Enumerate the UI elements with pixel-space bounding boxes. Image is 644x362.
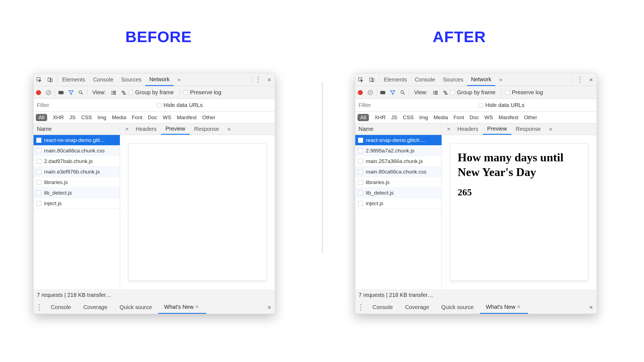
request-row[interactable]: lib_detect.js xyxy=(355,188,442,198)
drawer-tab-quick-source[interactable]: Quick source xyxy=(113,301,158,314)
column-name[interactable]: Name xyxy=(355,123,442,135)
type-all[interactable]: All xyxy=(358,114,369,121)
type-all[interactable]: All xyxy=(36,114,47,121)
filter-input[interactable] xyxy=(355,102,433,108)
group-by-frame-checkbox[interactable] xyxy=(450,90,455,95)
type-media[interactable]: Media xyxy=(109,114,129,121)
drawer-tab-coverage[interactable]: Coverage xyxy=(77,301,113,314)
clear-button[interactable] xyxy=(44,86,54,99)
request-row[interactable]: main.80ca66ca.chunk.css xyxy=(34,146,120,156)
tab-network[interactable]: Network xyxy=(145,73,173,86)
type-media[interactable]: Media xyxy=(431,114,451,121)
detail-tab-preview[interactable]: Preview xyxy=(161,123,190,135)
tabs-overflow-icon[interactable]: » xyxy=(174,76,185,83)
record-button[interactable] xyxy=(34,86,44,99)
close-tab-icon[interactable]: × xyxy=(515,303,522,310)
drawer-menu-icon[interactable]: ⋮ xyxy=(355,301,366,314)
request-row[interactable]: react-snap-demo.glitch.… xyxy=(355,135,442,146)
drawer-menu-icon[interactable]: ⋮ xyxy=(34,301,45,314)
type-xhr[interactable]: XHR xyxy=(50,114,67,121)
detail-tab-response[interactable]: Response xyxy=(511,123,545,135)
inspect-element-icon[interactable] xyxy=(355,73,366,86)
close-detail-icon[interactable]: × xyxy=(123,126,131,133)
type-manifest[interactable]: Manifest xyxy=(496,114,521,121)
type-other[interactable]: Other xyxy=(199,114,218,121)
preserve-log-checkbox[interactable] xyxy=(505,90,510,95)
filter-icon[interactable] xyxy=(66,86,76,99)
type-css[interactable]: CSS xyxy=(78,114,95,121)
drawer-tab-console[interactable]: Console xyxy=(45,301,77,314)
detail-tabs-overflow-icon[interactable]: » xyxy=(224,126,235,133)
type-ws[interactable]: WS xyxy=(482,114,496,121)
type-doc[interactable]: Doc xyxy=(467,114,482,121)
detail-tab-headers[interactable]: Headers xyxy=(131,123,161,135)
request-row[interactable]: inject.js xyxy=(34,198,120,209)
type-font[interactable]: Font xyxy=(129,114,145,121)
drawer-tab-coverage[interactable]: Coverage xyxy=(399,301,435,314)
view-list-icon[interactable] xyxy=(430,86,440,99)
search-icon[interactable] xyxy=(398,86,408,99)
screenshot-icon[interactable] xyxy=(378,86,388,99)
tab-sources[interactable]: Sources xyxy=(117,73,145,86)
request-row[interactable]: 2.dad97bab.chunk.js xyxy=(34,156,120,167)
tab-console[interactable]: Console xyxy=(411,73,439,86)
group-by-frame-checkbox[interactable] xyxy=(129,90,133,95)
inspect-element-icon[interactable] xyxy=(34,73,45,86)
tab-console[interactable]: Console xyxy=(89,73,117,86)
view-list-icon[interactable] xyxy=(109,86,119,99)
request-row[interactable]: libraries.js xyxy=(355,177,442,188)
record-button[interactable] xyxy=(355,86,365,99)
kebab-menu-icon[interactable]: ⋮ xyxy=(253,73,264,86)
close-tab-icon[interactable]: × xyxy=(194,303,200,310)
request-row[interactable]: main.80ca66ca.chunk.css xyxy=(355,167,442,177)
detail-tab-response[interactable]: Response xyxy=(190,123,224,135)
kebab-menu-icon[interactable]: ⋮ xyxy=(574,73,585,86)
type-ws[interactable]: WS xyxy=(160,114,174,121)
preserve-log-checkbox[interactable] xyxy=(184,90,188,95)
type-img[interactable]: Img xyxy=(95,114,109,121)
detail-tab-preview[interactable]: Preview xyxy=(483,123,511,135)
view-waterfall-icon[interactable] xyxy=(440,86,450,99)
screenshot-icon[interactable] xyxy=(56,86,66,99)
drawer-tab-whats-new[interactable]: What's New × xyxy=(480,301,528,314)
tabs-overflow-icon[interactable]: » xyxy=(495,76,506,83)
column-name[interactable]: Name xyxy=(34,123,120,135)
detail-tab-headers[interactable]: Headers xyxy=(453,123,483,135)
tab-elements[interactable]: Elements xyxy=(380,73,411,86)
device-toggle-icon[interactable] xyxy=(45,73,56,86)
type-doc[interactable]: Doc xyxy=(145,114,160,121)
view-waterfall-icon[interactable] xyxy=(119,86,129,99)
type-js[interactable]: JS xyxy=(388,114,400,121)
request-row[interactable]: main.257a366a.chunk.js xyxy=(355,156,442,167)
device-toggle-icon[interactable] xyxy=(366,73,377,86)
request-row[interactable]: main.e3ef976b.chunk.js xyxy=(34,167,120,177)
filter-icon[interactable] xyxy=(388,86,398,99)
clear-button[interactable] xyxy=(365,86,375,99)
type-other[interactable]: Other xyxy=(521,114,540,121)
request-row[interactable]: 2.9895a7a2.chunk.js xyxy=(355,146,442,156)
type-xhr[interactable]: XHR xyxy=(372,114,388,121)
close-drawer-icon[interactable]: × xyxy=(585,301,597,314)
request-row[interactable]: libraries.js xyxy=(34,177,120,188)
close-devtools-icon[interactable]: × xyxy=(585,73,597,86)
hide-data-urls-checkbox[interactable] xyxy=(157,103,161,108)
tab-elements[interactable]: Elements xyxy=(58,73,89,86)
request-row[interactable]: lib_detect.js xyxy=(34,188,120,198)
drawer-tab-whats-new[interactable]: What's New × xyxy=(158,301,206,314)
type-manifest[interactable]: Manifest xyxy=(174,114,199,121)
request-row[interactable]: react-no-snap-demo.glit… xyxy=(34,135,120,146)
type-img[interactable]: Img xyxy=(417,114,431,121)
tab-network[interactable]: Network xyxy=(467,73,495,86)
type-css[interactable]: CSS xyxy=(400,114,416,121)
detail-tabs-overflow-icon[interactable]: » xyxy=(545,126,556,133)
close-detail-icon[interactable]: × xyxy=(445,126,453,133)
type-js[interactable]: JS xyxy=(67,114,78,121)
close-drawer-icon[interactable]: × xyxy=(264,301,275,314)
filter-input[interactable] xyxy=(34,102,111,108)
request-row[interactable]: inject.js xyxy=(355,198,442,209)
close-devtools-icon[interactable]: × xyxy=(264,73,275,86)
drawer-tab-quick-source[interactable]: Quick source xyxy=(435,301,480,314)
search-icon[interactable] xyxy=(76,86,86,99)
type-font[interactable]: Font xyxy=(451,114,467,121)
hide-data-urls-checkbox[interactable] xyxy=(479,103,483,108)
